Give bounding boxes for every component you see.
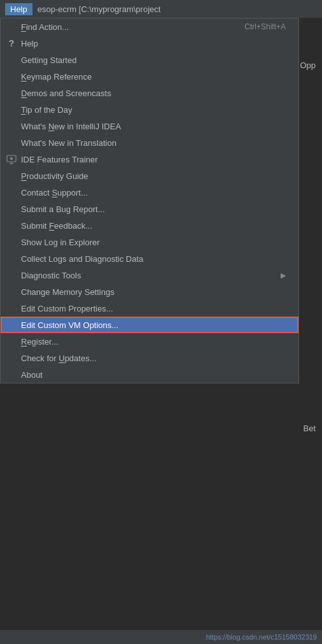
menu-item-tip-of-day[interactable]: Tip of the Day [1, 101, 298, 118]
title-bar-path: esop-ecrm [C:\myprogram\project [38, 4, 161, 14]
menu-item-change-memory[interactable]: Change Memory Settings [1, 283, 298, 300]
menu-item-contact-support[interactable]: Contact Support... [1, 184, 298, 201]
check-updates-label: Check for Updates... [21, 354, 286, 363]
whats-new-intellij-label: What's New in IntelliJ IDEA [21, 122, 286, 131]
submit-bug-label: Submit a Bug Report... [21, 204, 286, 214]
collect-logs-label: Collect Logs and Diagnostic Data [21, 254, 286, 264]
menu-item-show-log[interactable]: Show Log in Explorer [1, 234, 298, 250]
menu-item-ide-features-trainer[interactable]: IDE Features Trainer [1, 151, 298, 168]
getting-started-label: Getting Started [21, 55, 286, 65]
menu-item-whats-new-intellij[interactable]: What's New in IntelliJ IDEA [1, 118, 298, 134]
find-action-label: Find Action... [21, 22, 219, 32]
edit-custom-properties-label: Edit Custom Properties... [21, 304, 286, 313]
status-bar: https://blog.csdn.net/c15158032319 [0, 630, 322, 644]
svg-point-3 [10, 157, 13, 160]
diagnostic-tools-arrow: ▶ [281, 271, 286, 280]
title-bar: Help esop-ecrm [C:\myprogram\project [0, 0, 322, 18]
opp-side-text: Opp [300, 61, 316, 70]
menu-item-about[interactable]: About [1, 366, 298, 383]
menu-item-collect-logs[interactable]: Collect Logs and Diagnostic Data [1, 250, 298, 267]
menu-item-find-action[interactable]: Find Action... Ctrl+Shift+A [1, 18, 298, 35]
menu-item-productivity-guide[interactable]: Productivity Guide [1, 168, 298, 184]
keymap-reference-label: Keymap Reference [21, 72, 286, 82]
menu-item-submit-bug[interactable]: Submit a Bug Report... [1, 201, 298, 217]
menu-item-getting-started[interactable]: Getting Started [1, 52, 298, 68]
menu-item-edit-custom-properties[interactable]: Edit Custom Properties... [1, 300, 298, 317]
menu-item-demos-screencasts[interactable]: Demos and Screencasts [1, 85, 298, 101]
edit-custom-vm-label: Edit Custom VM Options... [21, 320, 286, 330]
tip-of-day-label: Tip of the Day [21, 105, 286, 115]
find-action-shortcut: Ctrl+Shift+A [244, 22, 286, 31]
productivity-guide-label: Productivity Guide [21, 171, 286, 181]
status-url: https://blog.csdn.net/c15158032319 [206, 633, 317, 641]
help-question-icon: ? [6, 38, 17, 49]
trainer-icon [6, 154, 17, 165]
change-memory-label: Change Memory Settings [21, 287, 286, 297]
menu-item-edit-custom-vm[interactable]: Edit Custom VM Options... [1, 317, 298, 333]
show-log-label: Show Log in Explorer [21, 238, 286, 247]
menu-item-register[interactable]: Register... [1, 333, 298, 350]
menu-item-submit-feedback[interactable]: Submit Feedback... [1, 217, 298, 234]
menu-item-keymap-reference[interactable]: Keymap Reference [1, 68, 298, 85]
help-menu: Find Action... Ctrl+Shift+A ? Help Getti… [0, 18, 299, 383]
ide-features-trainer-label: IDE Features Trainer [21, 155, 286, 164]
demos-screencasts-label: Demos and Screencasts [21, 89, 286, 98]
bet-side-text: Bet [303, 424, 316, 433]
menu-item-check-updates[interactable]: Check for Updates... [1, 350, 298, 366]
help-menu-button[interactable]: Help [5, 3, 32, 15]
submit-feedback-label: Submit Feedback... [21, 221, 286, 231]
diagnostic-tools-label: Diagnostic Tools [21, 271, 281, 280]
help-label: Help [21, 39, 286, 48]
whats-new-translation-label: What's New in Translation [21, 138, 286, 148]
contact-support-label: Contact Support... [21, 188, 286, 197]
register-label: Register... [21, 337, 286, 347]
menu-item-diagnostic-tools[interactable]: Diagnostic Tools ▶ [1, 267, 298, 283]
menu-item-whats-new-translation[interactable]: What's New in Translation [1, 134, 298, 151]
about-label: About [21, 370, 286, 380]
menu-item-help[interactable]: ? Help [1, 35, 298, 52]
